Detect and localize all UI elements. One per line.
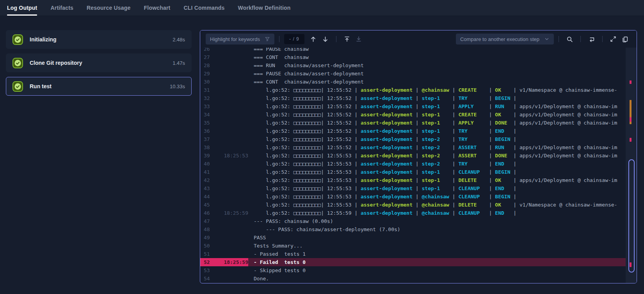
log-line[interactable]: 50Tests Summary...	[200, 242, 626, 250]
log-line[interactable]: 53- Skipped tests 0	[200, 266, 626, 274]
scroll-to-bottom-button[interactable]	[356, 36, 362, 42]
line-number[interactable]: 43	[200, 184, 217, 192]
tab-cli-commands[interactable]: CLI Commands	[183, 0, 224, 16]
line-number[interactable]: 50	[200, 242, 217, 250]
tab-artifacts[interactable]: Artifacts	[50, 0, 73, 16]
log-gutter: 49	[200, 233, 248, 242]
log-text: |	[413, 112, 422, 118]
log-line[interactable]: 36 l.go:52: □□□□□□□□□| 12:55:52 | assert…	[200, 127, 626, 135]
log-text: |	[413, 144, 422, 150]
log-line[interactable]: 38 l.go:52: □□□□□□□□□| 12:55:52 | assert…	[200, 143, 626, 151]
line-number[interactable]: 52	[200, 258, 217, 266]
line-number[interactable]: 32	[200, 94, 217, 102]
log-line[interactable]: 43 l.go:52: □□□□□□□□□| 12:55:53 | assert…	[200, 184, 626, 192]
line-number[interactable]: 47	[200, 217, 217, 225]
log-line[interactable]: 51- Passed tests 1	[200, 250, 626, 258]
line-number[interactable]: 51	[200, 250, 217, 258]
line-timestamp	[217, 53, 248, 61]
step-card-run-test[interactable]: Run test10.33s	[6, 77, 192, 96]
line-number[interactable]: 28	[200, 61, 217, 69]
log-line[interactable]: 31 l.go:52: □□□□□□□□□| 12:55:52 | assert…	[200, 86, 626, 94]
log-gutter: 45	[200, 201, 248, 209]
highlight-keywords-dropdown[interactable]: Highlight for keywords	[206, 34, 274, 45]
log-line[interactable]: 4618:25:59 l.go:52: □□□□□□□□□| 12:55:59 …	[200, 209, 626, 217]
line-timestamp	[217, 192, 248, 201]
log-line[interactable]: 41 l.go:52: □□□□□□□□□| 12:55:53 | assert…	[200, 168, 626, 176]
log-line[interactable]: 44 l.go:52: □□□□□□□□□| 12:55:53 | assert…	[200, 192, 626, 201]
line-number[interactable]: 30	[200, 78, 217, 86]
log-scrollbar-thumb[interactable]	[628, 159, 635, 273]
line-number[interactable]: 48	[200, 225, 217, 233]
log-line[interactable]: 47--- PASS: chainsaw (0.00s)	[200, 217, 626, 225]
log-line[interactable]: 34 l.go:52: □□□□□□□□□| 12:55:52 | assert…	[200, 110, 626, 119]
log-line[interactable]: 54Done.	[200, 274, 626, 281]
line-number[interactable]: 41	[200, 168, 217, 176]
line-timestamp	[217, 127, 248, 135]
log-line[interactable]: 33 l.go:52: □□□□□□□□□| 12:55:52 | assert…	[200, 102, 626, 110]
log-text: PASS	[254, 235, 266, 241]
log-text: |	[486, 185, 495, 191]
fullscreen-button[interactable]	[610, 36, 616, 42]
log-text: l.go:52: □□□□□□□□□| 12:55:53 |	[254, 153, 361, 159]
log-line-text: l.go:52: □□□□□□□□□| 12:55:52 | assert-de…	[248, 119, 626, 127]
line-number[interactable]: 39	[200, 151, 217, 160]
log-line[interactable]: 29=== PAUSE chainsaw/assert-deployment	[200, 69, 626, 78]
tab-flowchart[interactable]: Flowchart	[144, 0, 171, 16]
line-number[interactable]: 42	[200, 176, 217, 184]
log-field: ASSERT	[458, 153, 486, 159]
log-line[interactable]: 42 l.go:52: □□□□□□□□□| 12:55:53 | assert…	[200, 176, 626, 184]
copy-logs-button[interactable]	[622, 36, 628, 43]
log-scrollbar-track[interactable]	[626, 48, 637, 283]
line-number[interactable]: 31	[200, 86, 217, 94]
line-number[interactable]: 49	[200, 233, 217, 242]
log-line[interactable]: 37 l.go:52: □□□□□□□□□| 12:55:52 | assert…	[200, 135, 626, 143]
log-line[interactable]: 48 --- PASS: chainsaw/assert-deployment …	[200, 225, 626, 233]
step-card-clone-git-repository[interactable]: Clone Git repository1.47s	[6, 53, 192, 72]
line-number[interactable]: 38	[200, 143, 217, 151]
line-number[interactable]: 37	[200, 135, 217, 143]
line-number[interactable]: 45	[200, 201, 217, 209]
log-gutter: 47	[200, 217, 248, 225]
log-line[interactable]: 35 l.go:52: □□□□□□□□□| 12:55:52 | assert…	[200, 119, 626, 127]
line-number[interactable]: 36	[200, 127, 217, 135]
line-number[interactable]: 29	[200, 69, 217, 78]
log-text: |	[413, 185, 422, 191]
log-line[interactable]: 3918:25:53 l.go:52: □□□□□□□□□| 12:55:53 …	[200, 151, 626, 160]
log-line[interactable]: 40 l.go:52: □□□□□□□□□| 12:55:53 | assert…	[200, 160, 626, 168]
line-number[interactable]: 35	[200, 119, 217, 127]
log-text: l.go:52: □□□□□□□□□| 12:55:52 |	[254, 103, 361, 109]
line-number[interactable]: 27	[200, 53, 217, 61]
log-text: Tests Summary...	[254, 243, 302, 249]
line-number[interactable]: 46	[200, 209, 217, 217]
line-number[interactable]: 53	[200, 266, 217, 274]
word-wrap-button[interactable]	[588, 36, 595, 43]
line-number[interactable]: 34	[200, 110, 217, 119]
tab-resource-usage[interactable]: Resource Usage	[87, 0, 131, 16]
tab-bar: Log OutputArtifactsResource UsageFlowcha…	[0, 0, 644, 16]
log-line[interactable]: 28=== RUN chainsaw/assert-deployment	[200, 61, 626, 69]
previous-match-button[interactable]	[310, 36, 317, 43]
log-field: TRY	[458, 95, 486, 101]
log-gutter: 42	[200, 176, 248, 184]
tab-log-output[interactable]: Log Output	[7, 0, 37, 16]
log-line[interactable]: 5218:25:59- Failed tests 0	[200, 258, 626, 266]
compare-step-dropdown[interactable]: Compare to another execution step	[456, 34, 554, 45]
search-button[interactable]	[566, 36, 573, 43]
line-number[interactable]: 44	[200, 192, 217, 201]
log-text: l.go:52: □□□□□□□□□| 12:55:52 |	[254, 95, 361, 101]
scroll-to-top-button[interactable]	[344, 36, 350, 42]
log-line[interactable]: 49PASS	[200, 233, 626, 242]
line-number[interactable]: 33	[200, 102, 217, 110]
log-line[interactable]: 30=== CONT chainsaw/assert-deployment	[200, 78, 626, 86]
next-match-button[interactable]	[322, 36, 329, 43]
tab-workflow-definition[interactable]: Workflow Definition	[238, 0, 291, 16]
log-line[interactable]: 45 l.go:52: □□□□□□□□□| 12:55:53 | assert…	[200, 201, 626, 209]
line-number[interactable]: 54	[200, 274, 217, 281]
log-line[interactable]: 27=== CONT chainsaw	[200, 53, 626, 61]
line-number[interactable]: 40	[200, 160, 217, 168]
log-gutter: 44	[200, 192, 248, 201]
log-line[interactable]: 32 l.go:52: □□□□□□□□□| 12:55:52 | assert…	[200, 94, 626, 102]
log-field: DONE	[495, 153, 510, 159]
step-card-initializing[interactable]: Initializing2.48s	[6, 30, 192, 49]
log-field: step-1	[422, 120, 449, 126]
